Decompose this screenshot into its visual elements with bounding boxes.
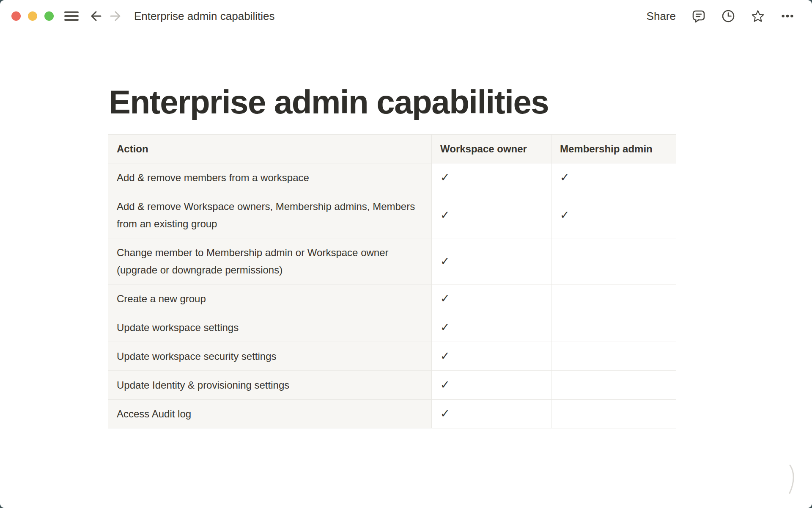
table-row: Add & remove Workspace owners, Membershi…	[108, 192, 676, 238]
check-cell-checked[interactable]: ✓	[432, 342, 551, 371]
page-content: Enterprise admin capabilities ActionWork…	[0, 32, 812, 508]
check-cell-checked[interactable]: ✓	[432, 371, 551, 400]
table-row: Access Audit log✓	[108, 400, 676, 428]
zoom-window-button[interactable]	[44, 11, 54, 21]
checkmark-icon: ✓	[440, 378, 450, 391]
table-row: Add & remove members from a workspace✓✓	[108, 163, 676, 192]
more-ellipsis-icon[interactable]	[781, 9, 794, 23]
check-cell-empty[interactable]	[551, 371, 676, 400]
breadcrumb-page-title[interactable]: Enterprise admin capabilities	[134, 0, 274, 32]
action-cell[interactable]: Update workspace security settings	[108, 342, 432, 371]
column-header-membership-admin[interactable]: Membership admin	[551, 135, 676, 163]
checkmark-icon: ✓	[440, 321, 450, 334]
table-row: Update workspace settings✓	[108, 313, 676, 342]
check-cell-empty[interactable]	[551, 284, 676, 313]
check-cell-empty[interactable]	[551, 342, 676, 371]
check-cell-checked[interactable]: ✓	[432, 238, 551, 284]
table-row: Update workspace security settings✓	[108, 342, 676, 371]
back-arrow-icon[interactable]	[90, 10, 102, 22]
column-header-workspace-owner[interactable]: Workspace owner	[432, 135, 551, 163]
capabilities-table: ActionWorkspace ownerMembership admin Ad…	[108, 134, 676, 428]
action-cell[interactable]: Update workspace settings	[108, 313, 432, 342]
forward-arrow-icon[interactable]	[109, 10, 122, 22]
action-cell[interactable]: Add & remove members from a workspace	[108, 163, 432, 192]
history-clock-icon[interactable]	[721, 9, 735, 23]
check-cell-empty[interactable]	[551, 400, 676, 428]
top-bar: Enterprise admin capabilities Share	[0, 0, 812, 32]
action-cell[interactable]: Add & remove Workspace owners, Membershi…	[108, 192, 432, 238]
check-cell-checked[interactable]: ✓	[432, 163, 551, 192]
checkmark-icon: ✓	[560, 209, 570, 221]
check-cell-checked[interactable]: ✓	[432, 192, 551, 238]
hamburger-menu-icon[interactable]	[64, 11, 79, 21]
checkmark-icon: ✓	[440, 407, 450, 420]
table-body: Add & remove members from a workspace✓✓A…	[108, 163, 676, 428]
window-controls	[11, 11, 54, 21]
table-row: Update Identity & provisioning settings✓	[108, 371, 676, 400]
checkmark-icon: ✓	[440, 350, 450, 362]
check-cell-checked[interactable]: ✓	[551, 163, 676, 192]
check-cell-empty[interactable]	[551, 238, 676, 284]
table-row: Create a new group✓	[108, 284, 676, 313]
app-window: Enterprise admin capabilities Share	[0, 0, 812, 508]
check-cell-empty[interactable]	[551, 313, 676, 342]
action-cell[interactable]: Update Identity & provisioning settings	[108, 371, 432, 400]
check-cell-checked[interactable]: ✓	[432, 400, 551, 428]
action-cell[interactable]: Access Audit log	[108, 400, 432, 428]
checkmark-icon: ✓	[560, 171, 570, 184]
topbar-actions: Share	[647, 0, 794, 32]
help-bubble-edge	[788, 464, 798, 494]
checkmark-icon: ✓	[440, 292, 450, 305]
checkmark-icon: ✓	[440, 171, 450, 184]
share-button[interactable]: Share	[647, 10, 676, 23]
comment-icon[interactable]	[692, 9, 705, 23]
checkmark-icon: ✓	[440, 209, 450, 221]
minimize-window-button[interactable]	[28, 11, 37, 21]
table-header-row: ActionWorkspace ownerMembership admin	[108, 135, 676, 163]
action-cell[interactable]: Create a new group	[108, 284, 432, 313]
page-title[interactable]: Enterprise admin capabilities	[109, 82, 812, 122]
column-header-action[interactable]: Action	[108, 135, 432, 163]
table-row: Change member to Membership admin or Wor…	[108, 238, 676, 284]
close-window-button[interactable]	[11, 11, 21, 21]
check-cell-checked[interactable]: ✓	[432, 313, 551, 342]
action-cell[interactable]: Change member to Membership admin or Wor…	[108, 238, 432, 284]
check-cell-checked[interactable]: ✓	[551, 192, 676, 238]
favorite-star-icon[interactable]	[751, 9, 765, 23]
checkmark-icon: ✓	[440, 255, 450, 268]
check-cell-checked[interactable]: ✓	[432, 284, 551, 313]
